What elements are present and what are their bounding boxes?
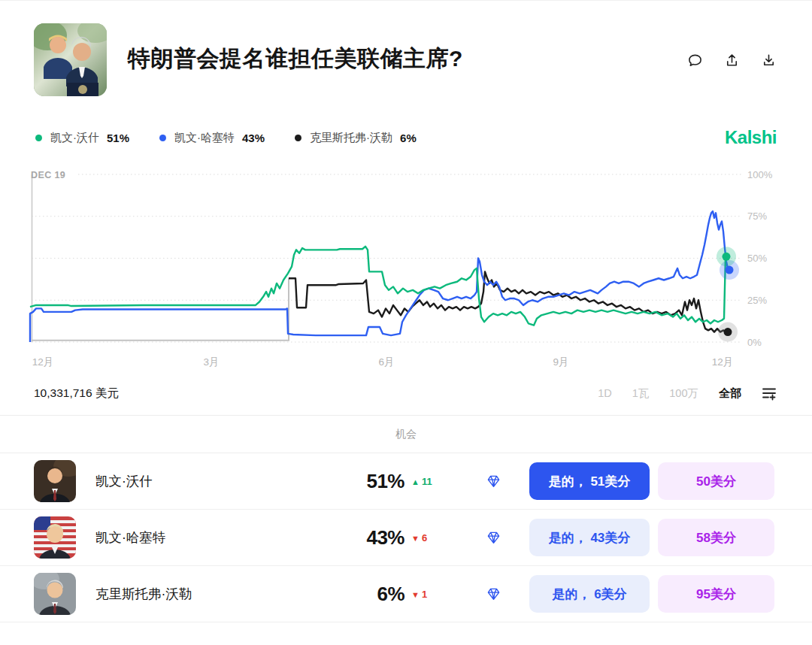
legend-dot-blue [159, 135, 166, 141]
candidate-row-warsh: 凯文·沃什 51% ▲11 是的， 51美分 50美分 [0, 453, 812, 510]
down-arrow-icon: ▼ [411, 590, 420, 599]
range-selector: 1D 1瓦 100万 全部 [598, 386, 777, 401]
comment-icon [687, 53, 703, 68]
candidate-delta: ▼6 [404, 532, 457, 544]
svg-text:100%: 100% [747, 169, 773, 180]
market-avatar [34, 23, 107, 96]
avatar-warsh-image [34, 460, 76, 502]
range-1d[interactable]: 1D [598, 387, 612, 399]
down-arrow-icon: ▼ [411, 534, 420, 543]
legend-label: 克里斯托弗·沃勒 [310, 131, 392, 145]
candidate-delta: ▼1 [404, 589, 457, 600]
gem-cell [457, 474, 529, 489]
chance-column-header: 机会 [0, 416, 812, 453]
legend-value: 43% [242, 132, 265, 144]
market-header: 特朗普会提名谁担任美联储主席? [0, 1, 812, 96]
download-icon [761, 53, 777, 68]
header-actions [687, 53, 777, 68]
up-arrow-icon: ▲ [411, 477, 420, 486]
candidate-pct: 43% [318, 526, 404, 550]
market-avatar-image [34, 23, 107, 96]
svg-text:50%: 50% [747, 253, 767, 264]
avatar-warsh [34, 460, 76, 502]
yes-button[interactable]: 是的， 51美分 [529, 462, 650, 500]
svg-text:12月: 12月 [712, 356, 734, 368]
svg-text:75%: 75% [747, 210, 767, 222]
legend-value: 6% [400, 132, 417, 144]
boost-gem-button[interactable] [486, 587, 501, 601]
boost-gem-button[interactable] [486, 474, 501, 489]
candidate-name: 凯文·沃什 [95, 472, 318, 490]
legend-item-warsh[interactable]: 凯文·沃什 51% [35, 131, 129, 145]
legend-dot-green [35, 135, 42, 141]
candidate-name: 克里斯托弗·沃勒 [95, 585, 318, 603]
legend-value: 51% [107, 132, 129, 144]
chart-footer: 10,331,716 美元 1D 1瓦 100万 全部 [0, 383, 812, 404]
svg-text:DEC 19: DEC 19 [31, 170, 65, 180]
kalshi-logo[interactable]: Kalshi [725, 127, 777, 148]
avatar-hassett-image [34, 516, 76, 559]
svg-text:0%: 0% [747, 337, 762, 348]
yes-button[interactable]: 是的， 43美分 [529, 519, 650, 556]
no-button[interactable]: 58美分 [658, 519, 774, 556]
no-button[interactable]: 95美分 [658, 575, 774, 613]
no-button[interactable]: 50美分 [658, 462, 774, 500]
volume-text: 10,331,716 美元 [34, 386, 119, 401]
candidate-row-waller: 克里斯托弗·沃勒 6% ▼1 是的， 6美分 95美分 [0, 566, 812, 622]
candidate-name: 凯文·哈塞特 [95, 528, 318, 547]
legend-dot-black [295, 135, 301, 141]
svg-text:25%: 25% [747, 295, 767, 306]
chart-legend: 凯文·沃什 51% 凯文·哈塞特 43% 克里斯托弗·沃勒 6% Kalshi [0, 131, 812, 145]
price-chart: 100%75%50%25%0%DEC 1912月3月6月9月12月 [0, 169, 812, 371]
candidate-delta: ▲11 [404, 476, 457, 487]
candidate-row-hassett: 凯文·哈塞特 43% ▼6 是的， 43美分 58美分 [0, 510, 812, 566]
legend-label: 凯文·哈塞特 [174, 131, 235, 145]
candidate-pct: 6% [318, 583, 404, 606]
boost-gem-button[interactable] [486, 531, 501, 545]
chart-options-button[interactable] [762, 386, 777, 401]
svg-text:12月: 12月 [32, 356, 54, 368]
comments-button[interactable] [687, 53, 703, 68]
price-chart-svg[interactable]: 100%75%50%25%0%DEC 1912月3月6月9月12月 [0, 169, 812, 371]
svg-text:6月: 6月 [378, 356, 394, 368]
yes-button[interactable]: 是的， 6美分 [529, 575, 650, 613]
legend-item-waller[interactable]: 克里斯托弗·沃勒 6% [295, 131, 417, 145]
range-all[interactable]: 全部 [719, 386, 741, 401]
lines-plus-icon [762, 386, 777, 401]
legend-label: 凯文·沃什 [50, 131, 99, 145]
gem-icon [486, 474, 501, 489]
legend-item-hassett[interactable]: 凯文·哈塞特 43% [159, 131, 265, 145]
svg-text:9月: 9月 [553, 356, 568, 368]
page-title: 特朗普会提名谁担任美联储主席? [128, 44, 463, 96]
download-button[interactable] [761, 53, 777, 68]
range-1m[interactable]: 100万 [669, 386, 698, 401]
avatar-waller-image [34, 573, 76, 615]
gem-icon [486, 587, 501, 601]
svg-text:3月: 3月 [203, 356, 219, 368]
avatar-hassett [34, 516, 76, 559]
candidate-pct: 51% [318, 470, 404, 493]
gem-cell [457, 587, 529, 601]
range-1w[interactable]: 1瓦 [632, 386, 650, 401]
gem-icon [486, 531, 501, 545]
share-icon [724, 53, 740, 68]
share-button[interactable] [724, 53, 740, 68]
gem-cell [457, 531, 529, 545]
avatar-waller [34, 573, 76, 615]
